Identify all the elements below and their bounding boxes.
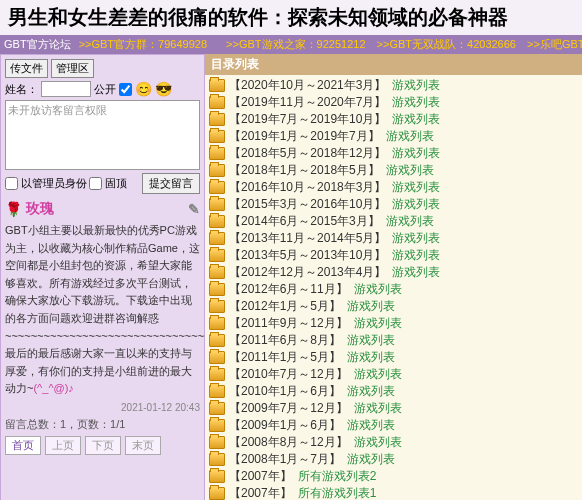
file-label: 【2019年11月～2020年7月】 [229, 94, 386, 111]
nav-item[interactable]: >>乐吧GBT之家（贵州）：16983067 [527, 38, 582, 50]
pager-prev[interactable]: 上页 [45, 436, 81, 455]
file-label: 【2018年1月～2018年5月】 [229, 162, 380, 179]
file-link[interactable]: 游戏列表 [392, 230, 440, 247]
public-checkbox[interactable] [119, 83, 132, 96]
file-row[interactable]: 【2008年8月～12月】游戏列表 [205, 434, 582, 451]
folder-icon [209, 436, 225, 449]
tab-upload[interactable]: 传文件 [5, 59, 48, 78]
file-label: 【2015年3月～2016年10月】 [229, 196, 386, 213]
file-label: 【2011年6月～8月】 [229, 332, 341, 349]
file-row[interactable]: 【2011年6月～8月】游戏列表 [205, 332, 582, 349]
pin-label: 固顶 [105, 176, 127, 191]
folder-icon [209, 283, 225, 296]
folder-icon [209, 181, 225, 194]
file-list: 【2020年10月～2021年3月】游戏列表【2019年11月～2020年7月】… [205, 75, 582, 500]
cool-icon[interactable]: 😎 [155, 81, 172, 97]
file-label: 【2012年1月～5月】 [229, 298, 341, 315]
file-row[interactable]: 【2012年6月～11月】游戏列表 [205, 281, 582, 298]
file-link[interactable]: 游戏列表 [392, 77, 440, 94]
file-row[interactable]: 【2011年9月～12月】游戏列表 [205, 315, 582, 332]
file-row[interactable]: 【2010年1月～6月】游戏列表 [205, 383, 582, 400]
file-link[interactable]: 游戏列表 [392, 196, 440, 213]
public-label: 公开 [94, 82, 116, 97]
file-link[interactable]: 游戏列表 [347, 298, 395, 315]
file-row[interactable]: 【2018年1月～2018年5月】游戏列表 [205, 162, 582, 179]
file-label: 【2008年8月～12月】 [229, 434, 348, 451]
file-row[interactable]: 【2020年10月～2021年3月】游戏列表 [205, 77, 582, 94]
file-link[interactable]: 游戏列表 [354, 281, 402, 298]
page-info: 留言总数：1，页数：1/1 [5, 417, 200, 432]
name-input[interactable] [41, 81, 91, 97]
folder-icon [209, 453, 225, 466]
admin-checkbox[interactable] [5, 177, 18, 190]
file-link[interactable]: 游戏列表 [392, 94, 440, 111]
pin-checkbox[interactable] [89, 177, 102, 190]
file-row[interactable]: 【2007年】所有游戏列表1 [205, 485, 582, 500]
file-link[interactable]: 游戏列表 [347, 332, 395, 349]
file-link[interactable]: 所有游戏列表1 [298, 485, 377, 500]
file-row[interactable]: 【2010年7月～12月】游戏列表 [205, 366, 582, 383]
file-row[interactable]: 【2013年5月～2013年10月】游戏列表 [205, 247, 582, 264]
file-link[interactable]: 游戏列表 [347, 383, 395, 400]
pager-next[interactable]: 下页 [85, 436, 121, 455]
folder-icon [209, 351, 225, 364]
file-row[interactable]: 【2012年1月～5月】游戏列表 [205, 298, 582, 315]
nav-item[interactable]: >>GBT游戏之家：92251212 [226, 38, 365, 50]
file-label: 【2012年6月～11月】 [229, 281, 348, 298]
file-row[interactable]: 【2016年10月～2018年3月】游戏列表 [205, 179, 582, 196]
file-link[interactable]: 游戏列表 [354, 400, 402, 417]
file-row[interactable]: 【2008年1月～7月】游戏列表 [205, 451, 582, 468]
nav-item[interactable]: >>GBT无双战队：42032666 [377, 38, 516, 50]
message-textarea[interactable]: 未开放访客留言权限 [5, 100, 200, 170]
file-row[interactable]: 【2011年1月～5月】游戏列表 [205, 349, 582, 366]
pager-last[interactable]: 末页 [125, 436, 161, 455]
file-label: 【2018年5月～2018年12月】 [229, 145, 386, 162]
file-link[interactable]: 游戏列表 [392, 179, 440, 196]
file-label: 【2007年】 [229, 485, 292, 500]
file-link[interactable]: 游戏列表 [354, 315, 402, 332]
file-link[interactable]: 游戏列表 [347, 349, 395, 366]
file-row[interactable]: 【2007年】所有游戏列表2 [205, 468, 582, 485]
file-link[interactable]: 游戏列表 [392, 111, 440, 128]
tab-manage[interactable]: 管理区 [51, 59, 94, 78]
file-link[interactable]: 所有游戏列表2 [298, 468, 377, 485]
folder-icon [209, 470, 225, 483]
file-row[interactable]: 【2019年11月～2020年7月】游戏列表 [205, 94, 582, 111]
file-row[interactable]: 【2013年11月～2014年5月】游戏列表 [205, 230, 582, 247]
file-label: 【2013年5月～2013年10月】 [229, 247, 386, 264]
file-row[interactable]: 【2015年3月～2016年10月】游戏列表 [205, 196, 582, 213]
file-link[interactable]: 游戏列表 [354, 366, 402, 383]
file-label: 【2009年1月～6月】 [229, 417, 341, 434]
file-link[interactable]: 游戏列表 [354, 434, 402, 451]
file-link[interactable]: 游戏列表 [392, 264, 440, 281]
submit-button[interactable]: 提交留言 [142, 173, 200, 194]
file-link[interactable]: 游戏列表 [392, 247, 440, 264]
content-panel: 目录列表 【2020年10月～2021年3月】游戏列表【2019年11月～202… [205, 54, 582, 500]
file-row[interactable]: 【2012年12月～2013年4月】游戏列表 [205, 264, 582, 281]
content-header: 目录列表 [205, 54, 582, 75]
file-link[interactable]: 游戏列表 [386, 162, 434, 179]
pager-first[interactable]: 首页 [5, 436, 41, 455]
file-label: 【2011年1月～5月】 [229, 349, 341, 366]
file-row[interactable]: 【2014年6月～2015年3月】游戏列表 [205, 213, 582, 230]
edit-icon[interactable]: ✎ [188, 201, 200, 217]
file-link[interactable]: 游戏列表 [386, 128, 434, 145]
file-label: 【2011年9月～12月】 [229, 315, 348, 332]
file-row[interactable]: 【2009年7月～12月】游戏列表 [205, 400, 582, 417]
folder-icon [209, 113, 225, 126]
nav-item[interactable]: GBT官方论坛>>GBT官方群：79649928 [4, 38, 215, 50]
file-link[interactable]: 游戏列表 [347, 417, 395, 434]
sidebar: 传文件 管理区 姓名： 公开 😊 😎 未开放访客留言权限 以管理员身份 固顶 提… [0, 54, 205, 500]
folder-icon [209, 249, 225, 262]
file-row[interactable]: 【2019年1月～2019年7月】游戏列表 [205, 128, 582, 145]
file-link[interactable]: 游戏列表 [392, 145, 440, 162]
file-row[interactable]: 【2018年5月～2018年12月】游戏列表 [205, 145, 582, 162]
folder-icon [209, 402, 225, 415]
file-row[interactable]: 【2009年1月～6月】游戏列表 [205, 417, 582, 434]
file-link[interactable]: 游戏列表 [386, 213, 434, 230]
file-row[interactable]: 【2019年7月～2019年10月】游戏列表 [205, 111, 582, 128]
post-body: GBT小组主要以最新最快的优秀PC游戏为主，以收藏为核心制作精品Game，这空间… [5, 222, 200, 398]
file-link[interactable]: 游戏列表 [347, 451, 395, 468]
folder-icon [209, 130, 225, 143]
smile-icon[interactable]: 😊 [135, 81, 152, 97]
